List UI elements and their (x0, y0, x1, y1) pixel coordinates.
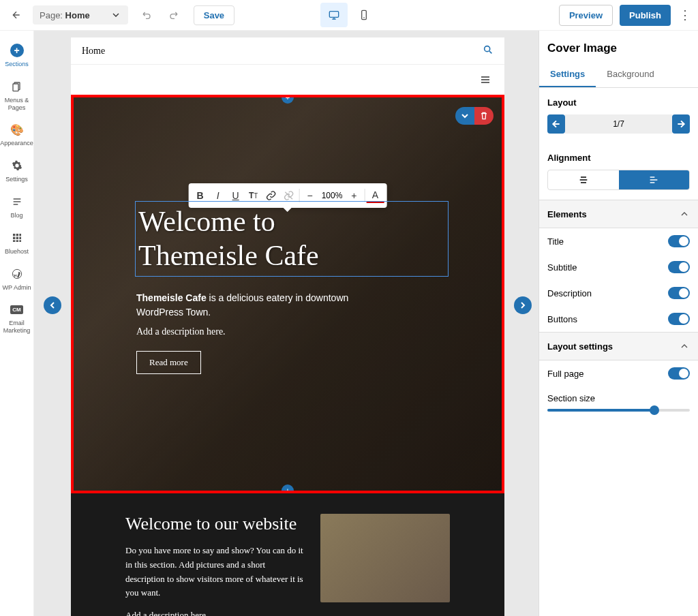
svg-rect-4 (13, 234, 15, 236)
full-page-toggle[interactable] (668, 367, 690, 380)
element-subtitle-label: Subtitle (547, 262, 577, 273)
svg-rect-10 (13, 240, 15, 242)
preview-button[interactable]: Preview (559, 5, 613, 26)
sidebar-item-blog[interactable]: Blog (0, 189, 34, 225)
element-title-label: Title (547, 236, 564, 247)
layout-settings-accordion[interactable]: Layout settings (539, 332, 698, 360)
section2-body: Do you have more to say and show? You ca… (125, 544, 307, 600)
lines-icon (10, 194, 25, 209)
element-buttons-label: Buttons (547, 314, 577, 324)
title-edit-box[interactable]: Welcome to Themeisle Cafe (135, 201, 449, 277)
sidebar-item-appearance[interactable]: 🎨 Appearance (0, 117, 34, 153)
right-panel: Cover Image Settings Background Layout 1… (538, 31, 698, 616)
page-selector[interactable]: Page: Home (33, 5, 128, 25)
site-title[interactable]: Home (82, 46, 105, 57)
section-size-label: Section size (547, 393, 690, 403)
subtitle-toggle[interactable] (668, 261, 690, 273)
gear-icon (10, 158, 25, 173)
section-size-slider[interactable] (547, 409, 690, 412)
publish-button[interactable]: Publish (620, 5, 671, 26)
hamburger-icon (480, 74, 491, 85)
cover-subtitle[interactable]: Themeisle Cafe is a delicious eatery in … (136, 291, 368, 320)
svg-rect-5 (16, 234, 18, 236)
full-page-label: Full page (547, 369, 583, 379)
section-delete-button[interactable] (474, 107, 494, 125)
chevron-up-icon (679, 341, 690, 352)
align-left-button[interactable] (619, 170, 690, 189)
layout-count: 1/7 (565, 114, 672, 134)
page-value: Home (65, 10, 90, 20)
svg-rect-11 (16, 240, 18, 242)
svg-rect-9 (19, 236, 21, 238)
svg-rect-12 (19, 240, 21, 242)
sidebar-item-sections[interactable]: + Sections (0, 37, 34, 74)
sidebar-item-wpadmin[interactable]: WP Admin (0, 261, 34, 297)
plus-circle-icon: + (10, 44, 24, 57)
site-header: Home (71, 37, 504, 65)
layout-prev-button[interactable] (547, 114, 565, 134)
sidebar-item-bluehost[interactable]: Bluehost (0, 225, 34, 261)
cover-title-line1: Welcome to (138, 204, 445, 238)
sidebar-item-label: Menus & Pages (0, 97, 34, 112)
sidebar-item-email-marketing[interactable]: CM Email Marketing (0, 296, 34, 340)
sidebar-item-label: Settings (5, 176, 28, 183)
save-button[interactable]: Save (194, 5, 234, 25)
section-handle-top[interactable]: + (282, 95, 294, 104)
cover-description[interactable]: Add a description here. (136, 326, 226, 337)
section2-desc: Add a description here. (125, 609, 307, 616)
svg-rect-7 (13, 236, 15, 238)
align-center-button[interactable] (548, 170, 619, 189)
section2-image[interactable] (320, 514, 450, 602)
desktop-view-button[interactable] (320, 3, 348, 27)
sidebar-item-label: WP Admin (3, 284, 31, 292)
tab-settings[interactable]: Settings (539, 62, 596, 87)
welcome-section[interactable]: Welcome to our website Do you have more … (71, 493, 504, 616)
chevron-down-icon (110, 10, 121, 20)
mobile-view-button[interactable] (350, 3, 378, 27)
layout-label: Layout (547, 97, 690, 108)
site-menu[interactable] (71, 65, 504, 95)
sidebar-item-label: Bluehost (5, 248, 29, 256)
more-button[interactable]: ⋮ (678, 3, 693, 27)
svg-rect-3 (13, 84, 18, 91)
description-toggle[interactable] (668, 287, 690, 299)
section-next-button[interactable] (514, 296, 532, 314)
wordpress-icon (10, 266, 25, 281)
site-frame: Home + B I U TT (71, 37, 504, 616)
back-button[interactable] (5, 4, 27, 26)
element-description-label: Description (547, 288, 592, 298)
svg-rect-1 (362, 10, 367, 19)
cm-icon: CM (10, 305, 22, 315)
sidebar-item-label: Appearance (0, 140, 33, 147)
svg-rect-8 (16, 236, 18, 238)
page-label: Page: (40, 10, 63, 20)
elements-accordion[interactable]: Elements (539, 200, 698, 228)
read-more-button[interactable]: Read more (136, 351, 201, 374)
undo-button[interactable] (138, 5, 157, 25)
sidebar: + Sections Menus & Pages 🎨 Appearance Se… (0, 31, 34, 616)
panel-title: Cover Image (539, 31, 698, 62)
redo-button[interactable] (164, 5, 183, 25)
layout-next-button[interactable] (672, 114, 690, 134)
sidebar-item-label: Blog (10, 212, 22, 219)
section-prev-button[interactable] (44, 296, 61, 314)
section2-title: Welcome to our website (125, 514, 307, 534)
cover-section[interactable]: + B I U TT − 100% + (71, 95, 504, 493)
svg-point-14 (485, 46, 490, 51)
buttons-toggle[interactable] (668, 313, 690, 325)
tab-background[interactable]: Background (596, 62, 665, 87)
sidebar-item-settings[interactable]: Settings (0, 153, 34, 189)
sidebar-item-menus-pages[interactable]: Menus & Pages (0, 74, 34, 117)
sidebar-item-label: Sections (5, 61, 29, 68)
grid-icon (10, 230, 25, 245)
sidebar-item-label: Email Marketing (0, 320, 34, 335)
topbar: Page: Home Save Preview Publish ⋮ (0, 0, 698, 31)
section-handle-bottom[interactable]: + (282, 484, 294, 493)
title-toggle[interactable] (668, 235, 690, 247)
chevron-up-icon (679, 209, 690, 219)
section-collapse-button[interactable] (455, 107, 474, 125)
svg-rect-6 (19, 234, 21, 236)
canvas: Home + B I U TT (34, 31, 538, 616)
alignment-label: Alignment (547, 153, 690, 163)
search-icon[interactable] (483, 44, 494, 58)
